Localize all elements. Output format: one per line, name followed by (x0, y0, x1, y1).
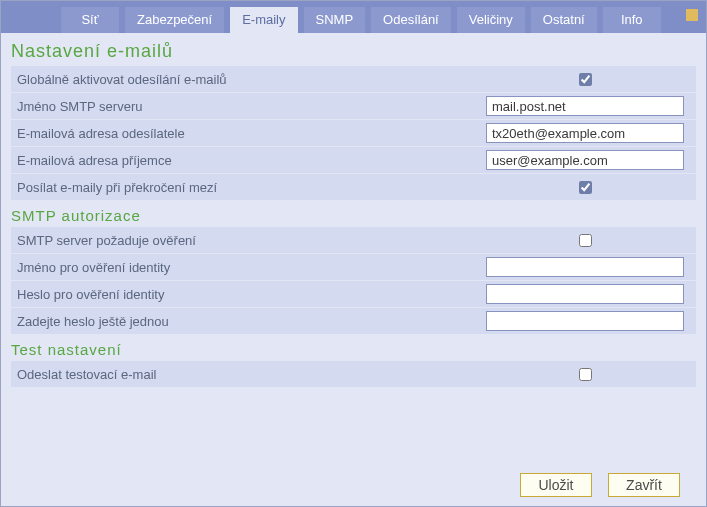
form-control (480, 70, 690, 89)
form-label: Posílat e-maily při překročení mezí (17, 180, 480, 195)
form-row: Heslo pro ověření identity (11, 281, 696, 308)
form-control (480, 365, 690, 384)
form-control (480, 150, 690, 170)
save-button[interactable]: Uložit (520, 473, 592, 497)
form-control (480, 123, 690, 143)
rows-test: Odeslat testovací e-mail (11, 361, 696, 388)
form-label: SMTP server požaduje ověření (17, 233, 480, 248)
form-control (480, 257, 690, 277)
close-button[interactable]: Zavřít (608, 473, 680, 497)
text-input[interactable] (486, 96, 684, 116)
form-control (480, 231, 690, 250)
form-label: Jméno SMTP serveru (17, 99, 480, 114)
section-title-test: Test nastavení (11, 341, 696, 358)
form-row: Odeslat testovací e-mail (11, 361, 696, 388)
config-window: SíťZabezpečeníE-mailySNMPOdesíláníVeliči… (0, 0, 707, 507)
tab-ostatn-[interactable]: Ostatní (531, 7, 597, 33)
form-control (480, 284, 690, 304)
form-label: Heslo pro ověření identity (17, 287, 480, 302)
form-row: Jméno pro ověření identity (11, 254, 696, 281)
form-row: SMTP server požaduje ověření (11, 227, 696, 254)
section-title-emails: Nastavení e-mailů (11, 41, 696, 62)
form-row: Posílat e-maily při překročení mezí (11, 174, 696, 201)
tab-zabezpe-en-[interactable]: Zabezpečení (125, 7, 224, 33)
form-row: E-mailová adresa odesílatele (11, 120, 696, 147)
checkbox-input[interactable] (579, 73, 592, 86)
form-control (480, 311, 690, 331)
form-row: Globálně aktivovat odesílání e-mailů (11, 66, 696, 93)
text-input[interactable] (486, 257, 684, 277)
checkbox-input[interactable] (579, 181, 592, 194)
form-label: Odeslat testovací e-mail (17, 367, 480, 382)
text-input[interactable] (486, 284, 684, 304)
tab-info[interactable]: Info (603, 7, 661, 33)
form-label: E-mailová adresa odesílatele (17, 126, 480, 141)
tab-snmp[interactable]: SNMP (304, 7, 366, 33)
tab-bar: SíťZabezpečeníE-mailySNMPOdesíláníVeliči… (1, 1, 706, 33)
text-input[interactable] (486, 150, 684, 170)
section-title-auth: SMTP autorizace (11, 207, 696, 224)
content-area: Nastavení e-mailů Globálně aktivovat ode… (1, 33, 706, 464)
window-corner-marker (686, 9, 698, 21)
tab-veli-iny[interactable]: Veličiny (457, 7, 525, 33)
footer: Uložit Zavřít (1, 464, 706, 506)
tab-s-[interactable]: Síť (61, 7, 119, 33)
tab-e-maily[interactable]: E-maily (230, 7, 297, 33)
form-label: Jméno pro ověření identity (17, 260, 480, 275)
text-input[interactable] (486, 123, 684, 143)
form-label: Zadejte heslo ještě jednou (17, 314, 480, 329)
form-control (480, 96, 690, 116)
tab-odes-l-n-[interactable]: Odesílání (371, 7, 451, 33)
rows-main: Globálně aktivovat odesílání e-mailůJmén… (11, 66, 696, 201)
form-row: Jméno SMTP serveru (11, 93, 696, 120)
checkbox-input[interactable] (579, 368, 592, 381)
form-row: E-mailová adresa příjemce (11, 147, 696, 174)
rows-auth: SMTP server požaduje ověřeníJméno pro ov… (11, 227, 696, 335)
form-label: Globálně aktivovat odesílání e-mailů (17, 72, 480, 87)
form-control (480, 178, 690, 197)
form-row: Zadejte heslo ještě jednou (11, 308, 696, 335)
checkbox-input[interactable] (579, 234, 592, 247)
form-label: E-mailová adresa příjemce (17, 153, 480, 168)
text-input[interactable] (486, 311, 684, 331)
